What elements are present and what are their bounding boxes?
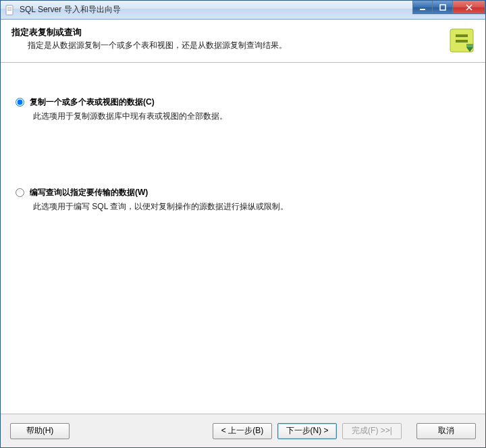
svg-rect-5 (440, 5, 446, 10)
option-query-label: 编写查询以指定要传输的数据(W) (30, 187, 148, 198)
maximize-button[interactable] (433, 1, 453, 14)
help-button[interactable]: 帮助(H) (10, 423, 70, 439)
titlebar: SQL Server 导入和导出向导 (1, 1, 485, 20)
finish-button: 完成(F) >>| (342, 423, 402, 439)
svg-rect-1 (7, 7, 11, 8)
window-title: SQL Server 导入和导出向导 (20, 4, 121, 16)
close-button[interactable] (453, 1, 485, 14)
button-bar: 帮助(H) < 上一步(B) 下一步(N) > 完成(F) >>| 取消 (1, 414, 485, 447)
page-description: 指定是从数据源复制一个或多个表和视图，还是从数据源复制查询结果。 (28, 40, 475, 51)
svg-rect-7 (456, 34, 468, 37)
option-copy-tables: 复制一个或多个表或视图的数据(C) 此选项用于复制源数据库中现有表或视图的全部数… (16, 96, 470, 122)
wizard-window: SQL Server 导入和导出向导 指定表复制或查询 指定是从数据源复制一个或… (0, 0, 486, 448)
next-button[interactable]: 下一步(N) > (277, 423, 337, 439)
option-copy-row[interactable]: 复制一个或多个表或视图的数据(C) (16, 96, 470, 108)
svg-rect-4 (420, 9, 425, 10)
cancel-button[interactable]: 取消 (416, 423, 476, 439)
page-title: 指定表复制或查询 (11, 26, 475, 38)
svg-rect-3 (7, 10, 11, 11)
content-area: 复制一个或多个表或视图的数据(C) 此选项用于复制源数据库中现有表或视图的全部数… (1, 63, 485, 414)
window-controls (412, 1, 485, 14)
wizard-icon (446, 25, 477, 56)
radio-copy-tables[interactable] (16, 98, 24, 107)
app-icon (5, 5, 16, 16)
option-copy-label: 复制一个或多个表或视图的数据(C) (30, 96, 155, 108)
svg-rect-8 (456, 40, 468, 43)
option-query-row[interactable]: 编写查询以指定要传输的数据(W) (16, 187, 470, 198)
radio-write-query[interactable] (16, 188, 24, 197)
option-copy-desc: 此选项用于复制源数据库中现有表或视图的全部数据。 (33, 111, 470, 122)
option-write-query: 编写查询以指定要传输的数据(W) 此选项用于编写 SQL 查询，以便对复制操作的… (16, 187, 470, 213)
wizard-header: 指定表复制或查询 指定是从数据源复制一个或多个表和视图，还是从数据源复制查询结果… (1, 20, 485, 63)
svg-rect-2 (7, 9, 11, 9)
option-query-desc: 此选项用于编写 SQL 查询，以便对复制操作的源数据进行操纵或限制。 (33, 201, 470, 213)
back-button[interactable]: < 上一步(B) (213, 423, 272, 439)
minimize-button[interactable] (412, 1, 433, 14)
